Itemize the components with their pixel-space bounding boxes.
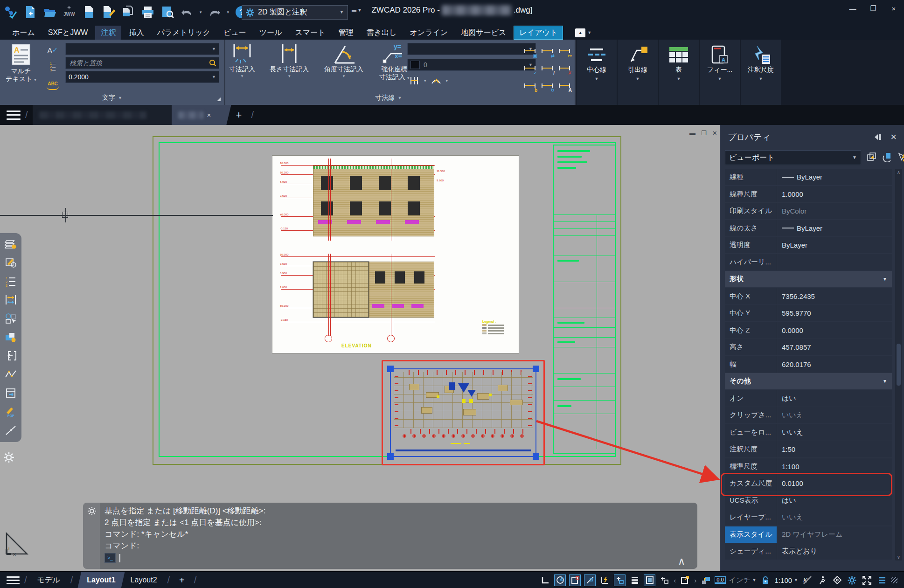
- object-type-dropdown[interactable]: ビューポート ▼: [725, 150, 861, 165]
- property-label[interactable]: 表示スタイル: [725, 526, 777, 543]
- document-tab-active[interactable]: ×: [172, 105, 231, 125]
- auto-hide-pin-icon[interactable]: [874, 133, 883, 141]
- text-arc-icon[interactable]: ABC: [47, 78, 59, 90]
- ribbon-tab-挿入[interactable]: 挿入: [123, 26, 149, 40]
- resize-grip[interactable]: [891, 577, 897, 583]
- arc-length-icon[interactable]: [430, 75, 442, 86]
- fullscreen-icon[interactable]: [861, 574, 873, 586]
- viewport-scale-selector[interactable]: 1:100 ▼: [775, 576, 798, 584]
- property-value[interactable]: はい: [777, 492, 892, 509]
- dynamic-ucs-icon[interactable]: [599, 574, 611, 586]
- command-input[interactable]: >_: [104, 553, 120, 563]
- viewport-grip[interactable]: [387, 453, 394, 460]
- property-value[interactable]: 620.0176: [777, 356, 892, 373]
- polyline-icon[interactable]: [5, 368, 17, 380]
- gear-icon[interactable]: [87, 506, 97, 518]
- document-tab-inactive[interactable]: [33, 105, 172, 125]
- layers-icon[interactable]: [5, 238, 17, 249]
- property-label[interactable]: オン: [725, 390, 777, 407]
- property-label[interactable]: 高さ: [725, 339, 777, 355]
- property-label[interactable]: 線の太さ: [725, 220, 777, 236]
- dimension-group-label[interactable]: 寸法線▼: [225, 94, 552, 102]
- property-label[interactable]: 中心 Y: [725, 305, 777, 321]
- ordinate-dimension-button[interactable]: y=x= 強化座標 寸法記入 ▾: [379, 42, 409, 81]
- minimize-button[interactable]: —: [842, 0, 863, 17]
- ribbon-options-caret[interactable]: ▼: [587, 31, 591, 35]
- maximize-viewport-icon[interactable]: [679, 574, 691, 586]
- zwcad-logo-icon[interactable]: [4, 5, 18, 20]
- close-tab-icon[interactable]: ×: [207, 111, 211, 119]
- quick-dimension-icon[interactable]: ▣: [522, 42, 538, 59]
- dim-check-icon[interactable]: ✓: [522, 60, 538, 76]
- property-section-header[interactable]: 形状▼: [725, 271, 892, 287]
- ribbon-tab-レイアウト[interactable]: レイアウト: [514, 26, 563, 40]
- property-value[interactable]: 595.9770: [777, 305, 892, 321]
- dim-text-align-icon[interactable]: A: [556, 77, 573, 94]
- close-panel-icon[interactable]: ×: [890, 131, 897, 143]
- property-value[interactable]: ByLayer: [777, 169, 892, 185]
- property-value[interactable]: 1:50: [777, 441, 892, 457]
- quick-select-icon[interactable]: [866, 151, 877, 163]
- text-group-label[interactable]: 文字▼: [0, 94, 224, 102]
- properties-scrollbar[interactable]: ∧ ∨: [895, 169, 902, 560]
- property-value[interactable]: 0.0000: [777, 322, 892, 339]
- chevron-left-icon[interactable]: ‹: [674, 576, 676, 584]
- dim-continue-icon[interactable]: ↦: [556, 42, 573, 59]
- undo-icon[interactable]: [180, 5, 194, 20]
- ribbon-tab-パラメトリック[interactable]: パラメトリック: [151, 26, 216, 40]
- property-label[interactable]: 線種: [725, 169, 777, 185]
- property-value[interactable]: 表示どおり: [777, 543, 892, 560]
- property-label[interactable]: カスタム尺度: [725, 475, 777, 491]
- dim-layer-dropdown[interactable]: 0 ▼: [407, 59, 536, 71]
- ribbon-tab-ビュー[interactable]: ビュー: [218, 26, 252, 40]
- redo-icon[interactable]: [208, 5, 222, 20]
- property-value[interactable]: 457.0857: [777, 339, 892, 355]
- jww-import-icon[interactable]: JWW: [63, 5, 76, 20]
- annotation-add-scale-icon[interactable]: [659, 574, 670, 586]
- property-label[interactable]: 線種尺度: [725, 186, 777, 202]
- dynamic-input-icon[interactable]: [614, 574, 626, 586]
- dim-reassociate-icon[interactable]: ↻: [539, 77, 556, 94]
- field-button[interactable]: A フィー... ▼: [700, 40, 740, 105]
- new-file-icon[interactable]: [23, 5, 37, 20]
- dim-style-manager-icon[interactable]: [408, 75, 420, 86]
- lock-icon[interactable]: [760, 574, 772, 586]
- status-menu-icon[interactable]: [876, 574, 888, 586]
- property-label[interactable]: シェーディ...: [725, 543, 777, 560]
- ortho-icon[interactable]: [539, 574, 551, 586]
- ribbon-tab-スマート[interactable]: スマート: [290, 26, 331, 40]
- scroll-down-icon[interactable]: ∨: [897, 554, 900, 560]
- layout-tab-Layout1[interactable]: Layout1: [77, 572, 125, 588]
- search-input[interactable]: [69, 59, 209, 67]
- construction-line-icon[interactable]: [5, 424, 17, 436]
- ribbon-tab-SXFとJWW[interactable]: SXFとJWW: [42, 26, 94, 40]
- annotation-visibility-icon[interactable]: [700, 574, 711, 586]
- otrack-icon[interactable]: [584, 574, 596, 586]
- maximize-button[interactable]: ❐: [863, 0, 883, 17]
- leader-button[interactable]: 引出線 ▼: [618, 40, 658, 105]
- undo-dropdown-caret[interactable]: ▾: [200, 10, 202, 14]
- property-value[interactable]: ByLayer: [777, 220, 892, 236]
- ribbon-minimize-button[interactable]: ▲: [575, 28, 585, 37]
- property-label[interactable]: レイヤープ...: [725, 509, 777, 526]
- text-dialog-launcher-icon[interactable]: [217, 97, 221, 101]
- property-label[interactable]: ビューをロ...: [725, 424, 777, 441]
- doc-close-icon[interactable]: ✕: [712, 130, 717, 137]
- dimension-tool-icon[interactable]: [5, 294, 17, 305]
- ribbon-tab-注釈[interactable]: 注釈: [95, 26, 121, 40]
- scroll-up-icon[interactable]: ∧: [897, 170, 900, 175]
- property-value[interactable]: いいえ: [777, 407, 892, 423]
- ribbon-tab-管理[interactable]: 管理: [333, 26, 359, 40]
- linear-dimension-button[interactable]: 長さ寸法記入 ▾: [270, 43, 309, 78]
- gear-icon[interactable]: [3, 451, 15, 465]
- annotation-scale-button[interactable]: 注釈尺度 ▼: [741, 40, 781, 105]
- numbered-list-icon[interactable]: 123: [5, 275, 17, 287]
- property-label[interactable]: ハイパーリ...: [725, 254, 777, 270]
- dim-base-icon[interactable]: b: [522, 77, 538, 94]
- runner-icon[interactable]: [816, 574, 828, 586]
- ribbon-tab-オンライン[interactable]: オンライン: [404, 26, 453, 40]
- property-value[interactable]: 0.0100: [777, 475, 892, 491]
- import-panel-icon[interactable]: [5, 387, 17, 399]
- ribbon-tab-ホーム[interactable]: ホーム: [7, 26, 41, 40]
- menu-icon[interactable]: [7, 111, 21, 120]
